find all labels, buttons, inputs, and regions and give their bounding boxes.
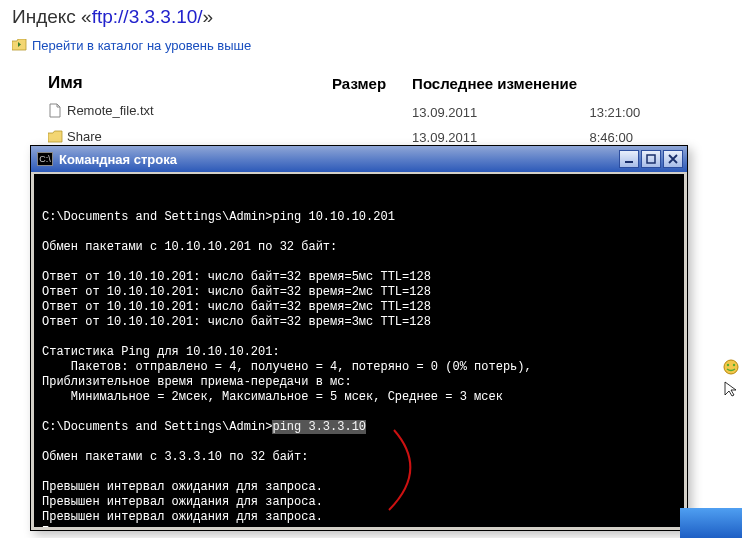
cmd-line: Ответ от 10.10.10.201: число байт=32 вре… bbox=[42, 315, 676, 330]
cmd-line bbox=[42, 255, 676, 270]
cmd-line: Пакетов: отправлено = 4, получено = 4, п… bbox=[42, 360, 676, 375]
cmd-line: Превышен интервал ожидания для запроса. bbox=[42, 510, 676, 525]
file-name: Remote_file.txt bbox=[67, 103, 154, 118]
cmd-line: Превышен интервал ожидания для запроса. bbox=[42, 495, 676, 510]
table-row[interactable]: Remote_file.txt13.09.201113:21:00 bbox=[42, 99, 732, 125]
minimize-icon bbox=[624, 154, 634, 164]
cmd-line bbox=[42, 330, 676, 345]
title-prefix: Индекс « bbox=[12, 6, 92, 27]
cmd-line: Ответ от 10.10.10.201: число байт=32 вре… bbox=[42, 270, 676, 285]
cmd-line bbox=[42, 435, 676, 450]
desktop-tray-area bbox=[722, 358, 740, 398]
cmd-line: Ответ от 10.10.10.201: число байт=32 вре… bbox=[42, 285, 676, 300]
page-title: Индекс «ftp://3.3.3.10/» bbox=[12, 6, 730, 28]
cmd-line bbox=[42, 225, 676, 240]
cmd-line bbox=[42, 465, 676, 480]
close-icon bbox=[668, 154, 678, 164]
svg-point-4 bbox=[733, 364, 735, 366]
title-suffix: » bbox=[203, 6, 214, 27]
close-button[interactable] bbox=[663, 150, 683, 168]
svg-rect-0 bbox=[625, 161, 633, 163]
maximize-button[interactable] bbox=[641, 150, 661, 168]
svg-point-2 bbox=[724, 360, 738, 374]
cmd-line: C:\Documents and Settings\Admin>ping 3.3… bbox=[42, 420, 676, 435]
file-icon bbox=[48, 103, 63, 121]
cmd-line: Ответ от 10.10.10.201: число байт=32 вре… bbox=[42, 300, 676, 315]
cmd-line: C:\Documents and Settings\Admin>ping 10.… bbox=[42, 210, 676, 225]
minimize-button[interactable] bbox=[619, 150, 639, 168]
cmd-line: Минимальное = 2мсек, Максимальное = 5 мс… bbox=[42, 390, 676, 405]
cmd-line: Превышен интервал ожидания для запроса. bbox=[42, 525, 676, 530]
highlighted-command: ping 3.3.3.10 bbox=[272, 420, 366, 434]
folder-up-icon bbox=[12, 39, 27, 52]
cmd-output-area[interactable]: C:\Documents and Settings\Admin>ping 10.… bbox=[31, 172, 687, 530]
cmd-line: Обмен пакетами с 3.3.3.10 по 32 байт: bbox=[42, 450, 676, 465]
taskbar[interactable] bbox=[680, 508, 742, 538]
col-header-name[interactable]: Имя bbox=[42, 71, 259, 99]
folder-icon bbox=[48, 130, 63, 146]
svg-rect-1 bbox=[647, 155, 655, 163]
cmd-line: Приблизительное время приема-передачи в … bbox=[42, 375, 676, 390]
svg-point-3 bbox=[727, 364, 729, 366]
file-date: 13.09.2011 bbox=[406, 99, 559, 125]
maximize-icon bbox=[646, 154, 656, 164]
tray-icon[interactable] bbox=[722, 358, 740, 376]
file-listing-table: Имя Размер Последнее изменение Remote_fi… bbox=[42, 71, 732, 150]
parent-link-text[interactable]: Перейти в каталог на уровень выше bbox=[32, 38, 251, 53]
file-time: 13:21:00 bbox=[560, 99, 732, 125]
cmd-line bbox=[42, 405, 676, 420]
cmd-line: Превышен интервал ожидания для запроса. bbox=[42, 480, 676, 495]
cmd-line: Статистика Ping для 10.10.10.201: bbox=[42, 345, 676, 360]
tray-cursor-icon[interactable] bbox=[722, 380, 740, 398]
cmd-line: Обмен пакетами с 10.10.10.201 по 32 байт… bbox=[42, 240, 676, 255]
col-header-size[interactable]: Размер bbox=[259, 71, 406, 99]
cmd-app-icon: C:\ bbox=[37, 152, 53, 166]
command-prompt-window[interactable]: C:\ Командная строка C:\Documents and Se… bbox=[30, 145, 688, 531]
parent-directory-link[interactable]: Перейти в каталог на уровень выше bbox=[12, 38, 730, 53]
ftp-index-page: Индекс «ftp://3.3.3.10/» Перейти в катал… bbox=[0, 0, 742, 150]
cmd-titlebar[interactable]: C:\ Командная строка bbox=[31, 146, 687, 172]
col-header-modified[interactable]: Последнее изменение bbox=[406, 71, 732, 99]
cmd-window-title: Командная строка bbox=[59, 152, 617, 167]
title-url: ftp://3.3.3.10/ bbox=[92, 6, 203, 27]
file-name: Share bbox=[67, 129, 102, 144]
